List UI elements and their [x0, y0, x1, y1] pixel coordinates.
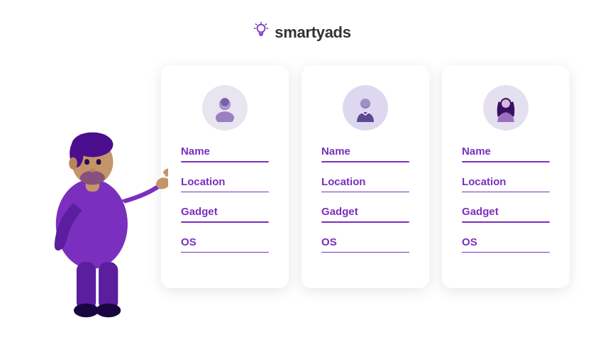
field-line-location-1 — [181, 192, 269, 193]
field-label-location-1: Location — [181, 175, 269, 187]
field-label-os-3: OS — [462, 236, 550, 248]
svg-point-18 — [96, 304, 121, 317]
field-gadget-2: Gadget — [321, 205, 409, 233]
logo-text: smartyads — [275, 23, 350, 42]
field-os-2: OS — [321, 236, 409, 263]
avatar-2 — [343, 85, 388, 131]
logo-icon — [252, 21, 270, 44]
svg-point-26 — [221, 98, 229, 106]
field-os-1: OS — [181, 236, 269, 263]
header: smartyads — [0, 0, 603, 44]
svg-rect-15 — [77, 262, 96, 310]
svg-point-22 — [89, 168, 95, 172]
field-name-1: Name — [181, 145, 269, 172]
field-line-location-2 — [321, 192, 409, 193]
field-line-os-2 — [321, 252, 409, 253]
field-name-3: Name — [462, 145, 550, 172]
profile-card-2: Name Location Gadget OS — [302, 65, 429, 288]
svg-point-24 — [216, 111, 234, 122]
field-name-2: Name — [321, 145, 409, 172]
field-label-location-3: Location — [462, 175, 550, 187]
field-label-name-3: Name — [462, 145, 550, 157]
svg-rect-16 — [99, 262, 118, 310]
field-line-gadget-3 — [462, 221, 550, 223]
svg-point-0 — [258, 25, 265, 33]
profile-card-3: Name Location Gadget OS — [442, 65, 570, 288]
field-line-location-3 — [462, 192, 550, 193]
field-line-gadget-1 — [181, 221, 269, 223]
svg-point-30 — [502, 99, 510, 108]
svg-point-19 — [69, 157, 77, 170]
field-label-name-1: Name — [181, 145, 269, 157]
field-label-location-2: Location — [321, 175, 409, 187]
profile-card-1: Name Location Gadget OS — [161, 65, 289, 288]
field-label-os-1: OS — [181, 236, 269, 248]
svg-point-13 — [80, 171, 105, 184]
cards-container: Name Location Gadget OS — [161, 65, 570, 288]
field-line-name-1 — [181, 161, 269, 162]
svg-point-20 — [84, 159, 89, 165]
field-gadget-3: Gadget — [462, 205, 550, 233]
person-illustration — [33, 65, 168, 321]
main-content: Name Location Gadget OS — [0, 65, 603, 321]
field-label-gadget-3: Gadget — [462, 205, 550, 217]
field-line-gadget-2 — [321, 221, 409, 223]
svg-line-5 — [265, 24, 267, 25]
field-location-1: Location — [181, 175, 269, 203]
svg-point-17 — [74, 304, 99, 317]
field-os-3: OS — [462, 236, 550, 263]
svg-line-4 — [256, 24, 258, 25]
field-line-name-2 — [321, 161, 409, 162]
field-location-3: Location — [462, 175, 550, 203]
field-line-os-3 — [462, 252, 550, 253]
svg-point-28 — [361, 99, 370, 107]
avatar-1 — [202, 85, 248, 131]
field-line-name-3 — [462, 161, 550, 162]
field-line-os-1 — [181, 252, 269, 253]
field-gadget-1: Gadget — [181, 205, 269, 233]
avatar-3 — [483, 85, 529, 131]
logo: smartyads — [252, 21, 350, 44]
field-label-name-2: Name — [321, 145, 409, 157]
svg-point-21 — [96, 159, 101, 165]
field-label-gadget-2: Gadget — [321, 205, 409, 217]
field-label-gadget-1: Gadget — [181, 205, 269, 217]
field-location-2: Location — [321, 175, 409, 203]
field-label-os-2: OS — [321, 236, 409, 248]
